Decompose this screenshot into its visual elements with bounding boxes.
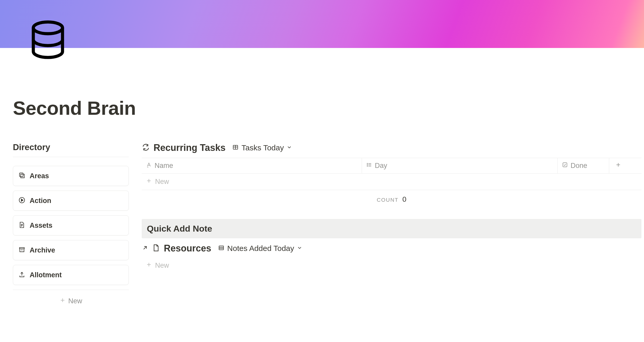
page-icon-database[interactable] bbox=[25, 17, 71, 63]
resources-title[interactable]: Resources bbox=[164, 243, 211, 254]
svg-point-5 bbox=[367, 163, 368, 164]
svg-point-7 bbox=[367, 166, 368, 166]
plus-icon bbox=[615, 162, 621, 170]
column-header-name[interactable]: Name bbox=[142, 158, 362, 173]
cover-image bbox=[0, 0, 644, 48]
list-property-icon bbox=[366, 162, 372, 170]
directory-new-button[interactable]: New bbox=[13, 290, 129, 305]
refresh-icon bbox=[142, 143, 150, 152]
play-icon bbox=[18, 197, 26, 205]
column-header-day[interactable]: Day bbox=[362, 158, 558, 173]
svg-rect-9 bbox=[219, 246, 223, 250]
svg-point-0 bbox=[33, 22, 62, 34]
recurring-tasks-title[interactable]: Recurring Tasks bbox=[154, 142, 225, 153]
recurring-new-row[interactable]: New bbox=[142, 174, 641, 190]
recurring-count[interactable]: COUNT 0 bbox=[142, 190, 641, 209]
svg-rect-1 bbox=[20, 173, 23, 177]
upload-icon bbox=[18, 271, 26, 279]
directory-heading: Directory bbox=[13, 142, 129, 157]
new-row-label: New bbox=[155, 178, 169, 186]
directory-sidebar: Directory Areas Action bbox=[13, 142, 129, 305]
page-title[interactable]: Second Brain bbox=[13, 97, 644, 119]
count-value: 0 bbox=[402, 195, 406, 203]
checkbox-property-icon bbox=[562, 162, 568, 170]
recurring-tasks-header: Recurring Tasks Tasks Today bbox=[142, 142, 641, 153]
directory-item-label: Areas bbox=[30, 172, 49, 180]
directory-item-archive[interactable]: Archive bbox=[13, 240, 129, 260]
main-content: Recurring Tasks Tasks Today bbox=[142, 142, 644, 305]
directory-new-label: New bbox=[68, 297, 82, 305]
resources-view-selector[interactable]: Notes Added Today bbox=[218, 244, 302, 253]
svg-rect-8 bbox=[563, 163, 567, 167]
column-header-label: Day bbox=[375, 162, 387, 170]
directory-item-assets[interactable]: Assets bbox=[13, 215, 129, 235]
svg-point-6 bbox=[367, 165, 368, 165]
plus-icon bbox=[146, 178, 152, 186]
directory-item-label: Action bbox=[30, 197, 51, 205]
table-icon bbox=[232, 144, 239, 152]
directory-item-label: Allotment bbox=[30, 271, 62, 279]
column-header-done[interactable]: Done bbox=[558, 158, 609, 173]
plus-icon bbox=[60, 297, 66, 305]
svg-rect-3 bbox=[20, 248, 24, 249]
resources-header: Resources Notes Added Today bbox=[142, 243, 641, 254]
directory-item-action[interactable]: Action bbox=[13, 191, 129, 211]
archive-icon bbox=[18, 246, 26, 254]
page-icon bbox=[152, 244, 160, 253]
plus-icon bbox=[146, 262, 152, 270]
recurring-tasks-table: Name Day bbox=[142, 158, 641, 190]
column-header-label: Name bbox=[155, 162, 173, 170]
count-label: COUNT bbox=[377, 197, 399, 203]
directory-item-label: Assets bbox=[30, 222, 53, 230]
recurring-view-selector[interactable]: Tasks Today bbox=[232, 143, 292, 152]
directory-item-allotment[interactable]: Allotment bbox=[13, 265, 129, 285]
chevron-down-icon bbox=[297, 245, 302, 252]
quick-add-note-callout[interactable]: Quick Add Note bbox=[142, 219, 641, 238]
directory-item-label: Archive bbox=[30, 246, 55, 254]
new-row-label: New bbox=[155, 262, 169, 270]
resources-new-row[interactable]: New bbox=[142, 259, 641, 272]
arrow-up-right-icon bbox=[142, 245, 148, 252]
list-view-icon bbox=[218, 245, 225, 252]
table-header-row: Name Day bbox=[142, 158, 641, 174]
text-property-icon bbox=[146, 162, 152, 170]
resources-view-label: Notes Added Today bbox=[227, 244, 294, 253]
column-header-label: Done bbox=[571, 162, 587, 170]
add-column-button[interactable] bbox=[609, 158, 627, 173]
document-icon bbox=[18, 221, 26, 230]
chevron-down-icon bbox=[286, 144, 292, 151]
stack-icon bbox=[18, 172, 26, 180]
recurring-view-label: Tasks Today bbox=[241, 143, 284, 152]
quick-add-note-title: Quick Add Note bbox=[147, 224, 636, 234]
directory-item-areas[interactable]: Areas bbox=[13, 166, 129, 186]
